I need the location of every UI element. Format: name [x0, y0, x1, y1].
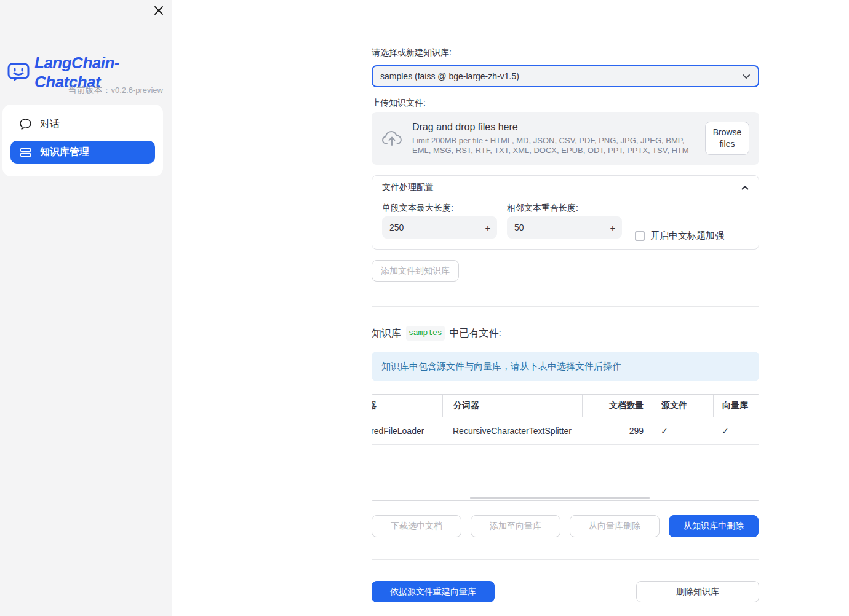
- chunk-size-increment-button[interactable]: +: [479, 223, 497, 233]
- upload-label: 上传知识文件:: [372, 98, 759, 108]
- overlap-size-increment-button[interactable]: +: [604, 223, 622, 233]
- dropzone-limit: Limit 200MB per file • HTML, MD, JSON, C…: [412, 136, 696, 156]
- chunk-size-group: 单段文本最大长度: 250 – +: [382, 203, 497, 239]
- kb-files-table[interactable]: 器 分词器 文档数量 源文件 向量库 redFileLoader Recursi…: [372, 394, 759, 501]
- chevron-up-icon: [741, 185, 749, 190]
- delete-kb-button[interactable]: 删除知识库: [636, 581, 759, 602]
- zh-title-enhance-label: 开启中文标题加强: [650, 230, 724, 242]
- sidebar-item-label: 对话: [40, 118, 60, 131]
- overlap-size-input[interactable]: 50 – +: [507, 216, 622, 239]
- chevron-down-icon: [742, 74, 751, 79]
- file-config-expander-header[interactable]: 文件处理配置: [372, 176, 759, 199]
- column-header-doc-count[interactable]: 文档数量: [582, 395, 652, 417]
- chunk-size-value: 250: [389, 223, 460, 232]
- cell-doc-count[interactable]: 299: [582, 417, 652, 444]
- column-header-loader[interactable]: 器: [372, 395, 442, 417]
- main-content: 请选择或新建知识库: samples (faiss @ bge-large-zh…: [372, 0, 759, 602]
- table-header-row: 器 分词器 文档数量 源文件 向量库: [372, 395, 759, 417]
- kb-files-suffix: 中已有文件:: [450, 327, 501, 339]
- chunk-size-label: 单段文本最大长度:: [382, 203, 497, 213]
- cloud-upload-icon: [381, 130, 402, 147]
- kb-selectbox[interactable]: samples (faiss @ bge-large-zh-v1.5): [372, 65, 759, 87]
- table-row[interactable]: redFileLoader RecursiveCharacterTextSpli…: [372, 417, 759, 445]
- add-to-vector-store-button[interactable]: 添加至向量库: [471, 515, 560, 537]
- kb-action-buttons: 依据源文件重建向量库 删除知识库: [372, 581, 759, 602]
- kb-files-prefix: 知识库: [372, 327, 401, 339]
- download-selected-button[interactable]: 下载选中文档: [372, 515, 461, 537]
- file-config-expander: 文件处理配置 单段文本最大长度: 250 – + 相邻文本重合长度: 50 – …: [372, 175, 759, 250]
- overlap-size-value: 50: [514, 223, 585, 232]
- file-dropzone[interactable]: Drag and drop files here Limit 200MB per…: [372, 112, 759, 165]
- info-banner: 知识库中包含源文件与向量库，请从下表中选择文件后操作: [372, 352, 759, 381]
- file-config-body: 单段文本最大长度: 250 – + 相邻文本重合长度: 50 – + 开启中文标…: [372, 199, 759, 249]
- divider: [372, 559, 759, 560]
- delete-from-vector-store-button[interactable]: 从向量库删除: [570, 515, 660, 537]
- expander-title: 文件处理配置: [382, 182, 434, 193]
- browse-files-button[interactable]: Browse files: [705, 122, 749, 155]
- dropzone-title: Drag and drop files here: [412, 122, 696, 133]
- cell-loader[interactable]: redFileLoader: [372, 417, 442, 444]
- add-files-to-kb-button[interactable]: 添加文件到知识库: [372, 260, 459, 282]
- chunk-size-decrement-button[interactable]: –: [460, 223, 479, 233]
- sidebar-menu: 对话 知识库管理: [2, 105, 163, 176]
- collection-icon: [19, 147, 32, 158]
- file-action-buttons: 下载选中文档 添加至向量库 从向量库删除 从知识库中删除: [372, 515, 759, 537]
- column-header-source-file[interactable]: 源文件: [652, 395, 713, 417]
- kb-select-label: 请选择或新建知识库:: [372, 47, 759, 58]
- rebuild-vector-store-button[interactable]: 依据源文件重建向量库: [372, 581, 495, 602]
- column-header-vector-store[interactable]: 向量库: [713, 395, 758, 417]
- kb-name-code: samples: [406, 326, 445, 341]
- overlap-size-label: 相邻文本重合长度:: [507, 203, 622, 213]
- divider: [372, 306, 759, 307]
- sidebar-item-knowledge-base[interactable]: 知识库管理: [10, 141, 155, 164]
- column-header-splitter[interactable]: 分词器: [442, 395, 582, 417]
- cell-vector-store-check[interactable]: ✓: [713, 417, 758, 444]
- chat-bubble-icon: [19, 118, 32, 130]
- version-info: 当前版本：v0.2.6-preview: [68, 85, 163, 96]
- version-value: v0.2.6-preview: [111, 85, 163, 95]
- sidebar-item-dialogue[interactable]: 对话: [10, 113, 155, 135]
- chunk-size-input[interactable]: 250 – +: [382, 216, 497, 239]
- table-horizontal-scrollbar[interactable]: [470, 497, 650, 499]
- delete-from-kb-button[interactable]: 从知识库中删除: [669, 515, 759, 537]
- zh-title-enhance-checkbox[interactable]: [635, 231, 645, 241]
- overlap-size-group: 相邻文本重合长度: 50 – +: [507, 203, 622, 239]
- logo-chat-smiley-icon: [7, 62, 30, 83]
- zh-title-enhance-group: 开启中文标题加强: [635, 230, 724, 242]
- kb-files-heading: 知识库 samples 中已有文件:: [372, 326, 759, 341]
- version-label: 当前版本：: [68, 85, 111, 95]
- close-icon[interactable]: [153, 5, 164, 16]
- dropzone-text: Drag and drop files here Limit 200MB per…: [412, 122, 696, 156]
- sidebar-item-label: 知识库管理: [40, 146, 89, 159]
- overlap-size-decrement-button[interactable]: –: [585, 223, 604, 233]
- kb-selectbox-value: samples (faiss @ bge-large-zh-v1.5): [380, 71, 742, 81]
- cell-source-file-check[interactable]: ✓: [652, 417, 713, 444]
- cell-splitter[interactable]: RecursiveCharacterTextSplitter: [442, 417, 582, 444]
- sidebar: LangChain-Chatchat 当前版本：v0.2.6-preview 对…: [0, 0, 172, 616]
